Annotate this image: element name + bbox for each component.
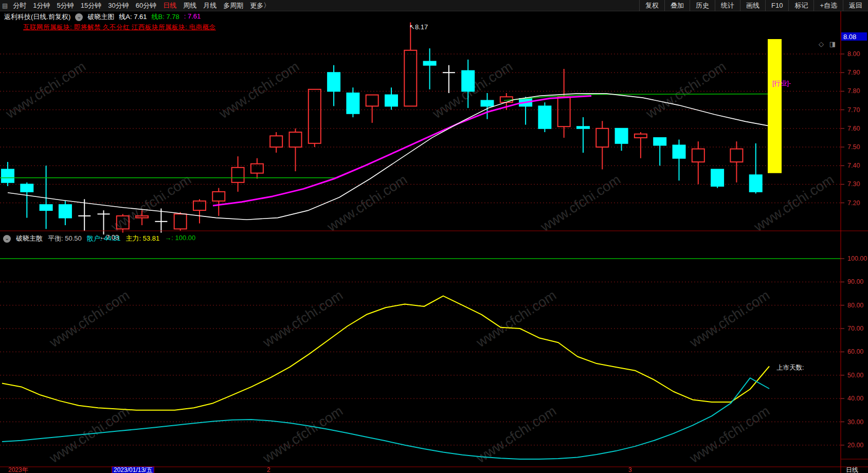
candle-body (366, 95, 378, 106)
value-label: 70.00 (847, 325, 863, 332)
sub-indicator-value: 主力: 53.81 (126, 234, 160, 243)
candle-body (538, 106, 551, 128)
candle-body (692, 149, 704, 162)
candle-body (347, 93, 359, 114)
diamond-icon[interactable]: ◇ (819, 40, 824, 48)
candle-body (117, 216, 129, 229)
price-label: 7.40 (847, 162, 860, 169)
period-30分钟[interactable]: 30分钟 (108, 1, 129, 10)
ma-line-magenta (213, 96, 591, 206)
candle-body (404, 50, 417, 106)
candle-body (212, 192, 225, 201)
series-散户 (2, 378, 769, 459)
price-label: 7.20 (847, 199, 860, 207)
price-label: 7.90 (847, 69, 860, 76)
candle-body (232, 168, 244, 183)
value-label: 80.00 (847, 302, 863, 309)
sub-indicator-value: →: 100.00 (165, 234, 195, 243)
candle-body (174, 214, 187, 229)
sector-links[interactable]: 互联网所属板块: 即将解禁 久不分红 江西板块所属板块: 电商概念 (23, 23, 216, 32)
value-label: 50.00 (847, 372, 863, 379)
period-5分钟[interactable]: 5分钟 (57, 1, 74, 10)
period-多周期[interactable]: 多周期 (223, 1, 243, 10)
action-历史[interactable]: 历史 (690, 0, 715, 11)
action-标记[interactable]: 标记 (788, 0, 813, 11)
series-主力 (2, 296, 769, 410)
indicator-value: : 7.61 (184, 12, 201, 22)
sub-indicator-value: 散户: 44.21 (87, 234, 121, 243)
action-F10[interactable]: F10 (765, 0, 788, 11)
main-indicator-name[interactable]: 破晓主图 (87, 12, 114, 22)
candle-body (309, 89, 321, 143)
value-label: 30.00 (847, 419, 863, 426)
period-menu: 分时1分钟5分钟15分钟30分钟60分钟日线周线月线多周期更多〉 (13, 1, 270, 10)
date-label[interactable]: 2023/01/13/五 (112, 466, 154, 473)
value-label: 90.00 (847, 278, 863, 285)
period-分时[interactable]: 分时 (13, 1, 26, 10)
action-画线[interactable]: 画线 (740, 0, 765, 11)
candle-body (596, 129, 608, 147)
app-icon[interactable]: ▤ (2, 2, 8, 9)
high-annotation: ↖8.17 (409, 23, 428, 31)
period-60分钟[interactable]: 60分钟 (136, 1, 156, 10)
period-周线[interactable]: 周线 (183, 1, 196, 10)
year-label[interactable]: 2023年 (8, 467, 28, 473)
value-label: 100.00 (847, 255, 867, 262)
industry-annotation: [行业]- (772, 80, 791, 87)
candle-body (2, 169, 14, 182)
price-label: 7.60 (847, 125, 860, 132)
candle-body (481, 101, 494, 106)
action-复权[interactable]: 复权 (639, 0, 664, 11)
candle-body (673, 145, 685, 158)
chevron-down-icon[interactable]: ⌄ (75, 13, 83, 21)
period-月线[interactable]: 月线 (203, 1, 216, 10)
action-+自选[interactable]: +自选 (813, 0, 843, 11)
candle-body (270, 136, 282, 147)
period-更多〉[interactable]: 更多〉 (250, 1, 270, 10)
ma-line-white (8, 94, 768, 220)
candle-body (251, 164, 263, 173)
month-marker: 2 (267, 467, 270, 473)
price-label: 7.30 (847, 180, 860, 188)
period-日线[interactable]: 日线 (163, 1, 176, 10)
candle-body (21, 184, 33, 192)
period-label[interactable]: 日线 (846, 467, 858, 473)
candle-body (558, 97, 570, 126)
candle-body (616, 129, 628, 143)
stock-title[interactable]: 返利科技(日线.前复权) (4, 12, 70, 22)
sub-indicator-value: 平衡: 50.50 (48, 234, 82, 243)
candle-body (193, 201, 206, 210)
candle-body (136, 216, 148, 218)
period-1分钟[interactable]: 1分钟 (33, 1, 50, 10)
split-screen-icon[interactable]: ◨ (829, 40, 836, 48)
indicator-value: 线B: 7.78 (151, 12, 179, 22)
action-叠加[interactable]: 叠加 (664, 0, 690, 11)
candle-body (635, 134, 647, 138)
status-bar: 2023年 2023/01/13/五 23 日线 (0, 467, 868, 473)
candle-body (40, 205, 52, 210)
listing-days-label: 上市天数: (776, 364, 804, 371)
value-label: 40.00 (847, 395, 863, 402)
indicator-values: 线A: 7.61线B: 7.78: 7.61 (119, 12, 201, 22)
value-label: 60.00 (847, 348, 863, 355)
period-15分钟[interactable]: 15分钟 (81, 1, 101, 10)
candle-body (59, 205, 71, 217)
price-label: 8.00 (847, 50, 860, 58)
last-price-label: 8.08 (843, 33, 856, 41)
price-label: 7.70 (847, 106, 860, 114)
info-bar: 返利科技(日线.前复权) ⌄ 破晓主图 线A: 7.61线B: 7.78: 7.… (0, 11, 201, 23)
price-label: 7.80 (847, 87, 860, 95)
candle-body (385, 95, 397, 106)
candle-body (577, 126, 589, 129)
sub-indicator-values: 平衡: 50.50散户: 44.21主力: 53.81→: 100.00 (48, 234, 195, 243)
price-label: 7.50 (847, 143, 860, 151)
sub-indicator-name[interactable]: 破晓主散 (16, 234, 43, 243)
candle-body (711, 169, 724, 186)
month-marker: 3 (628, 467, 632, 473)
action-统计[interactable]: 统计 (715, 0, 740, 11)
chevron-down-icon[interactable]: ⌄ (3, 235, 11, 243)
action-返回[interactable]: 返回 (843, 0, 868, 11)
toolbar: ▤ 分时1分钟5分钟15分钟30分钟60分钟日线周线月线多周期更多〉 复权叠加历… (0, 0, 868, 11)
value-label: 20.00 (847, 442, 863, 449)
highlight-bar (768, 39, 782, 173)
